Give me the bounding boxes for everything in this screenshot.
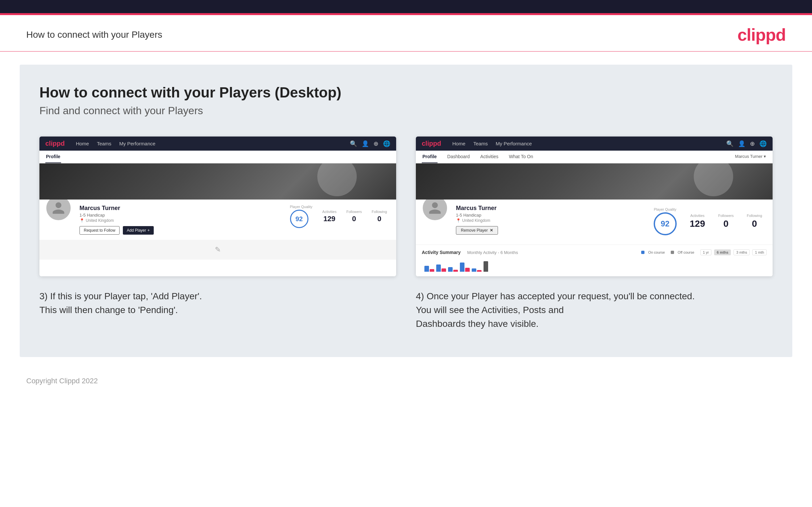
right-player-name: Marcus Turner <box>456 205 641 212</box>
period-6mths-button[interactable]: 6 mths <box>714 249 731 255</box>
descriptions-row: 3) If this is your Player tap, 'Add Play… <box>39 289 773 331</box>
on-course-legend-label: On course <box>648 250 665 254</box>
right-user-icon[interactable]: 👤 <box>738 140 745 147</box>
left-activities-stat: Activities 129 <box>322 210 336 223</box>
right-profile-info: Marcus Turner 1-5 Handicap 📍 United King… <box>456 205 641 235</box>
chart-bar-group-1 <box>424 266 434 272</box>
bar-on-3 <box>448 267 453 272</box>
period-1yr-button[interactable]: 1 yr <box>700 249 711 255</box>
left-stats-row: Player Quality 92 Activities 129 Followe… <box>287 205 390 228</box>
scroll-icon: ✎ <box>215 245 221 254</box>
left-nav: clippd Home Teams My Performance 🔍 👤 ⊕ 🌐 <box>39 136 396 151</box>
tab-profile-right[interactable]: Profile <box>422 151 438 163</box>
period-3mths-button[interactable]: 3 mths <box>733 249 750 255</box>
screenshots-row: clippd Home Teams My Performance 🔍 👤 ⊕ 🌐… <box>39 136 773 276</box>
left-profile-info: Marcus Turner 1-5 Handicap 📍 United King… <box>80 205 279 235</box>
right-nav: clippd Home Teams My Performance 🔍 👤 ⊕ 🌐 <box>416 136 773 151</box>
bar-on-5 <box>472 269 476 272</box>
right-profile-area: Marcus Turner 1-5 Handicap 📍 United King… <box>416 200 773 244</box>
tab-what-to-on[interactable]: What To On <box>508 151 534 163</box>
right-nav-home[interactable]: Home <box>452 141 465 146</box>
right-handicap: 1-5 Handicap <box>456 213 641 218</box>
off-course-legend-dot <box>671 251 674 254</box>
right-location: 📍 United Kingdom <box>456 218 641 223</box>
close-icon: ✕ <box>490 228 493 233</box>
right-stats-row: Player Quality 92 Activities 129 Followe… <box>649 205 767 239</box>
footer: Copyright Clippd 2022 <box>0 370 812 392</box>
right-quality-stat: Player Quality 92 <box>654 208 677 235</box>
desc-left: 3) If this is your Player tap, 'Add Play… <box>39 289 396 331</box>
right-followers-stat: Followers 0 <box>718 214 733 229</box>
main-heading: How to connect with your Players (Deskto… <box>39 84 773 101</box>
left-player-name: Marcus Turner <box>80 205 279 212</box>
screenshot-right: clippd Home Teams My Performance 🔍 👤 ⊕ 🌐… <box>416 136 773 276</box>
page-header: How to connect with your Players clippd <box>0 15 812 52</box>
period-1mth-button[interactable]: 1 mth <box>752 249 767 255</box>
settings-icon[interactable]: ⊕ <box>373 140 378 147</box>
activity-controls: On course Off course 1 yr 6 mths 3 mths … <box>641 249 767 255</box>
right-activities-stat: Activities 129 <box>690 214 705 229</box>
left-followers-stat: Followers 0 <box>346 210 362 223</box>
right-nav-icons: 🔍 👤 ⊕ 🌐 <box>726 140 767 147</box>
right-banner <box>416 163 773 200</box>
right-settings-icon[interactable]: ⊕ <box>750 140 755 147</box>
left-quality-stat: Player Quality 92 <box>290 205 312 228</box>
right-search-icon[interactable]: 🔍 <box>726 140 733 147</box>
bar-off-2 <box>442 269 446 272</box>
activity-chart <box>422 259 767 272</box>
left-tabs: Profile <box>39 151 396 163</box>
desc-right: 4) Once your Player has accepted your re… <box>416 289 773 331</box>
tab-profile-left[interactable]: Profile <box>45 151 61 163</box>
activity-summary: Activity Summary Monthly Activity - 6 Mo… <box>416 244 773 276</box>
left-nav-performance[interactable]: My Performance <box>119 141 155 146</box>
search-icon[interactable]: 🔍 <box>350 140 357 147</box>
left-profile-section: Marcus Turner 1-5 Handicap 📍 United King… <box>39 200 396 240</box>
left-action-buttons: Request to Follow Add Player + <box>80 226 279 235</box>
left-nav-logo: clippd <box>45 140 65 147</box>
main-content: How to connect with your Players (Deskto… <box>20 65 792 357</box>
add-player-button[interactable]: Add Player + <box>123 226 154 235</box>
left-nav-icons: 🔍 👤 ⊕ 🌐 <box>350 140 390 147</box>
right-following-stat: Following 0 <box>747 214 762 229</box>
main-subheading: Find and connect with your Players <box>39 105 773 117</box>
quality-circle-right: 92 <box>654 212 677 235</box>
bar-dark-6 <box>484 261 488 272</box>
on-course-legend-dot <box>641 251 645 254</box>
globe-icon[interactable]: 🌐 <box>383 140 390 147</box>
right-nav-performance[interactable]: My Performance <box>496 141 532 146</box>
plus-icon: + <box>148 228 150 233</box>
bar-off-3 <box>453 270 458 272</box>
location-icon: 📍 <box>80 218 85 223</box>
page-title: How to connect with your Players <box>26 30 162 40</box>
copyright-text: Copyright Clippd 2022 <box>26 377 98 385</box>
left-nav-home[interactable]: Home <box>76 141 89 146</box>
activity-summary-header: Activity Summary Monthly Activity - 6 Mo… <box>422 249 767 255</box>
remove-player-button[interactable]: Remove Player ✕ <box>456 226 498 235</box>
request-follow-button[interactable]: Request to Follow <box>80 226 119 235</box>
bar-off-1 <box>429 269 434 272</box>
activity-summary-title: Activity Summary <box>422 250 461 255</box>
right-nav-logo: clippd <box>422 140 441 147</box>
left-nav-teams[interactable]: Teams <box>97 141 111 146</box>
left-location: 📍 United Kingdom <box>80 218 279 223</box>
chart-bar-group-5 <box>472 269 481 272</box>
screenshot-left: clippd Home Teams My Performance 🔍 👤 ⊕ 🌐… <box>39 136 396 276</box>
top-bar <box>0 0 812 13</box>
left-handicap: 1-5 Handicap <box>80 213 279 218</box>
right-location-icon: 📍 <box>456 218 461 223</box>
tab-dashboard[interactable]: Dashboard <box>447 151 471 163</box>
right-globe-icon[interactable]: 🌐 <box>759 140 767 147</box>
tab-user-selector[interactable]: Marcus Turner ▾ <box>734 151 767 163</box>
left-banner <box>39 163 396 200</box>
activity-period: Monthly Activity - 6 Months <box>467 250 518 255</box>
clippd-logo: clippd <box>738 25 786 45</box>
left-scroll-area: ✎ <box>39 240 396 260</box>
bar-off-5 <box>477 270 481 272</box>
off-course-legend-label: Off course <box>678 250 695 254</box>
chart-bar-group-6 <box>484 261 488 272</box>
bar-on-1 <box>424 266 429 272</box>
user-icon[interactable]: 👤 <box>362 140 369 147</box>
quality-circle-left: 92 <box>290 210 308 228</box>
right-nav-teams[interactable]: Teams <box>473 141 488 146</box>
tab-activities[interactable]: Activities <box>479 151 499 163</box>
